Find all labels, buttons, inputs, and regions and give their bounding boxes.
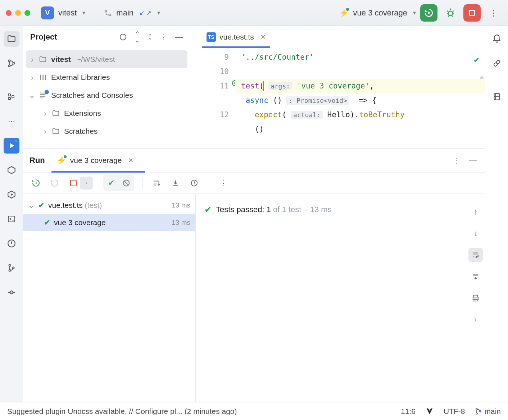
rerun-failed-button[interactable] — [48, 177, 61, 190]
editor-tab-label: vue.test.ts — [219, 33, 254, 41]
project-name-label[interactable]: vitest — [58, 8, 77, 18]
tree-root-item[interactable]: › vitest ~/WS/vitest — [26, 50, 187, 68]
chevron-down-icon[interactable]: ▾ — [82, 9, 85, 16]
commit-tool-button[interactable] — [4, 284, 19, 300]
stop-button[interactable] — [463, 4, 481, 22]
vcs-tool-button[interactable] — [4, 55, 19, 71]
branch-name-label[interactable]: main — [116, 8, 133, 18]
status-bar: Suggested plugin Unocss available. // Co… — [0, 402, 508, 420]
more-icon[interactable]: ⋮ — [159, 31, 169, 43]
project-tool-window: Project ⌃⌄ ⌄⌃ ⋮ — › vitest — [23, 26, 192, 148]
check-icon: ✔ — [204, 205, 212, 215]
structure-tool-button[interactable] — [4, 89, 19, 105]
svg-marker-12 — [8, 166, 15, 174]
svg-point-33 — [476, 408, 477, 410]
run-tab[interactable]: ⚡ vue 3 coverage ✕ — [51, 153, 139, 168]
status-suggestion[interactable]: Suggested plugin Unocss available. // Co… — [7, 407, 237, 416]
folder-icon — [39, 55, 47, 63]
svg-point-35 — [480, 410, 481, 412]
services-tool-button[interactable] — [4, 162, 19, 178]
editor-tab[interactable]: TS vue.test.ts ✕ — [202, 28, 270, 48]
ai-tool-button[interactable] — [489, 55, 505, 71]
run-configuration-selector[interactable]: ⚡ vue 3 coverage ▾ — [339, 8, 416, 18]
test-case-row[interactable]: ✔ vue 3 coverage 13 ms — [23, 214, 195, 231]
tree-item-scratches[interactable]: ⌄ Scratches and Consoles — [26, 86, 187, 104]
status-branch[interactable]: main — [475, 407, 501, 416]
hide-panel-icon[interactable]: — — [174, 31, 185, 43]
vcs-branch-tool-button[interactable] — [4, 260, 19, 276]
code-fn: toBeTruthy — [359, 110, 404, 119]
more-menu-button[interactable]: ⋮ — [485, 4, 502, 22]
show-ignored-button[interactable] — [120, 177, 133, 190]
root-name-label: vitest — [51, 55, 71, 63]
scroll-to-end-button[interactable] — [468, 269, 483, 284]
prev-result-button[interactable]: ↑ — [468, 205, 483, 219]
run-anything-button[interactable] — [4, 187, 19, 202]
chevron-down-icon[interactable]: ▾ — [413, 9, 416, 16]
editor-body[interactable]: ✔ 9 10 11 12 '../src/Counter' — [192, 48, 485, 148]
stop-tests-button[interactable] — [67, 177, 80, 190]
svg-point-1 — [109, 14, 111, 16]
toggle-coverage-button[interactable] — [80, 177, 93, 190]
window-zoom-button[interactable] — [24, 10, 30, 16]
check-icon: ✔ — [44, 218, 50, 227]
sort-button[interactable] — [150, 177, 163, 190]
toolbar-more-button[interactable]: ⋮ — [217, 177, 230, 190]
tree-item-scratches-child[interactable]: › Scratches — [26, 122, 187, 140]
vcs-update-push-icons[interactable]: ↙↗ — [139, 9, 151, 17]
status-encoding[interactable]: UTF-8 — [444, 407, 465, 416]
expand-all-icon[interactable]: ⌃⌄ — [133, 29, 141, 45]
editor-tab-bar: TS vue.test.ts ✕ — [192, 26, 485, 48]
gutter: 9 10 11 12 — [192, 48, 235, 148]
close-run-tab-icon[interactable]: ✕ — [128, 156, 133, 164]
database-tool-button[interactable] — [489, 89, 505, 105]
code-area[interactable]: '../src/Counter' test( args: 'vue 3 cove… — [235, 48, 485, 148]
inlay-hint: actual: — [291, 111, 323, 119]
show-passed-button[interactable]: ✔ — [105, 177, 118, 190]
chevron-down-icon[interactable]: ▾ — [157, 9, 160, 16]
window-titlebar: V vitest ▾ main ↙↗ ▾ ⚡ vue 3 coverage ▾ … — [0, 0, 508, 26]
notifications-button[interactable] — [489, 31, 505, 47]
extensions-label: Extensions — [64, 109, 101, 118]
tree-item-external-libs[interactable]: › External Libraries — [26, 68, 187, 86]
run-button[interactable] — [420, 4, 437, 22]
close-tab-icon[interactable]: ✕ — [260, 33, 266, 41]
history-button[interactable] — [188, 177, 201, 190]
code-keyword: async — [246, 96, 268, 105]
scratches-child-label: Scratches — [64, 127, 97, 136]
project-tool-button[interactable] — [4, 31, 19, 47]
test-file-row[interactable]: ⌄ ✔ vue.test.ts (test) 13 ms — [23, 197, 195, 214]
print-button[interactable] — [468, 291, 483, 305]
vue-icon[interactable] — [426, 407, 434, 415]
run-config-label: vue 3 coverage — [353, 8, 407, 18]
run-toolbar: ✔ ⋮ — [23, 172, 485, 194]
next-result-button[interactable]: ↓ — [468, 226, 483, 241]
test-time-label: 13 ms — [172, 201, 190, 209]
code-string: 'vue 3 coverage' — [297, 82, 369, 90]
expand-output-button[interactable]: › — [468, 312, 483, 327]
project-icon: V — [41, 6, 54, 19]
window-close-button[interactable] — [6, 10, 12, 16]
hide-panel-icon[interactable]: — — [468, 154, 478, 166]
terminal-tool-button[interactable] — [4, 211, 19, 227]
root-path-label: ~/WS/vitest — [77, 55, 115, 64]
problems-tool-button[interactable] — [4, 236, 19, 251]
collapse-all-icon[interactable]: ⌄⌃ — [146, 29, 154, 45]
more-tools-button[interactable]: ⋯ — [4, 113, 19, 129]
status-line-col[interactable]: 11:6 — [401, 407, 416, 416]
tree-item-extensions[interactable]: › Extensions — [26, 104, 187, 122]
svg-point-19 — [12, 267, 14, 269]
run-tool-button[interactable] — [4, 138, 19, 154]
debug-button[interactable] — [442, 4, 459, 22]
test-output[interactable]: ✔ Tests passed: 1 of 1 test – 13 ms ↑ ↓ — [196, 194, 485, 402]
test-time-label: 13 ms — [172, 219, 190, 227]
soft-wrap-button[interactable] — [468, 248, 483, 262]
export-button[interactable] — [169, 177, 182, 190]
project-tree[interactable]: › vitest ~/WS/vitest › External Librarie… — [23, 48, 192, 148]
more-icon[interactable]: ⋮ — [451, 155, 461, 166]
rerun-button[interactable] — [30, 177, 42, 190]
test-results-tree[interactable]: ⌄ ✔ vue.test.ts (test) 13 ms ✔ vue 3 cov… — [23, 194, 196, 402]
window-minimize-button[interactable] — [15, 10, 21, 16]
inlay-hint: : Promise<void> — [286, 96, 349, 105]
target-icon[interactable] — [118, 32, 128, 42]
